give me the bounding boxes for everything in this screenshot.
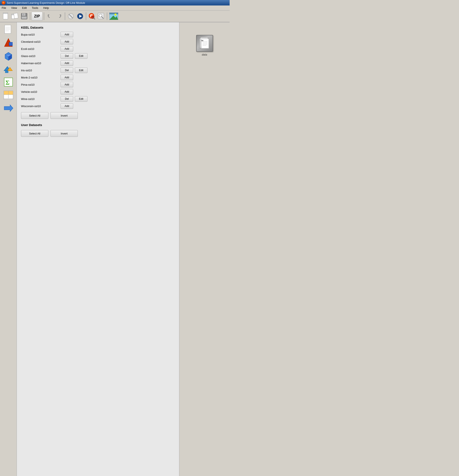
user-datasets-section: User Datasets Select All Invert bbox=[21, 123, 175, 137]
help-button[interactable] bbox=[88, 12, 96, 21]
main-layout: Σ KEEL Datasets bbox=[0, 22, 230, 476]
image-button[interactable] bbox=[108, 12, 119, 21]
add-cleveland-button[interactable]: Add bbox=[61, 39, 73, 44]
svg-point-1 bbox=[3, 2, 4, 3]
data-file-svg bbox=[198, 37, 211, 50]
keel-dataset-rows: Bupa-ssl10 Add Cleveland-ssl10 Add Ecoli… bbox=[21, 32, 175, 109]
run-button[interactable] bbox=[76, 12, 84, 21]
keel-invert-button[interactable]: Invert bbox=[50, 112, 78, 119]
svg-rect-54 bbox=[201, 40, 203, 41]
svg-rect-45 bbox=[8, 95, 13, 99]
document-icon bbox=[4, 25, 13, 35]
user-invert-button[interactable]: Invert bbox=[50, 130, 78, 137]
user-datasets-title: User Datasets bbox=[21, 123, 175, 127]
toolbar: ZIP bbox=[0, 10, 230, 22]
sidebar-sigma-icon[interactable]: Σ bbox=[2, 76, 15, 88]
window-title: Semi-Supervised Learning Experiments Des… bbox=[7, 1, 85, 4]
add-monk-button[interactable]: Add bbox=[61, 75, 73, 80]
dataset-row: Glass-ssl10 Del Edit bbox=[21, 53, 175, 59]
keel-select-all-button[interactable]: Select All bbox=[21, 112, 48, 119]
dataset-name: Cleveland-ssl10 bbox=[21, 40, 59, 43]
cube-icon bbox=[3, 51, 13, 61]
save-button[interactable] bbox=[20, 12, 29, 21]
toolbar-sep-3 bbox=[65, 12, 65, 20]
sidebar-cube-icon[interactable] bbox=[2, 50, 15, 62]
add-vehicle-button[interactable]: Add bbox=[61, 89, 73, 94]
zoom-button[interactable] bbox=[97, 12, 106, 21]
redo-icon bbox=[56, 13, 62, 20]
data-icon-label: data bbox=[202, 53, 207, 56]
sidebar-document-icon[interactable] bbox=[2, 24, 15, 36]
del-wine-button[interactable]: Del bbox=[61, 96, 73, 102]
svg-point-25 bbox=[114, 13, 116, 16]
user-select-all-button[interactable]: Select All bbox=[21, 130, 48, 137]
add-bupa-button[interactable]: Add bbox=[61, 32, 73, 37]
dataset-name: Haberman-ssl10 bbox=[21, 62, 59, 65]
app-icon bbox=[2, 1, 6, 5]
menu-help[interactable]: Help bbox=[42, 6, 50, 10]
undo-button[interactable] bbox=[45, 12, 54, 21]
dataset-row: Cleveland-ssl10 Add bbox=[21, 39, 175, 44]
svg-rect-44 bbox=[4, 95, 8, 99]
redo-button[interactable] bbox=[55, 12, 64, 21]
add-haberman-button[interactable]: Add bbox=[61, 60, 73, 66]
dataset-row: Ecoli-ssl10 Add bbox=[21, 46, 175, 51]
user-action-row: Select All Invert bbox=[21, 130, 175, 137]
dataset-name: Vehicle-ssl10 bbox=[21, 90, 59, 94]
menu-file[interactable]: File bbox=[1, 6, 7, 10]
svg-rect-32 bbox=[9, 42, 12, 46]
stop-button[interactable] bbox=[66, 12, 75, 21]
sidebar-import-icon[interactable] bbox=[2, 63, 15, 75]
sidebar: Σ bbox=[0, 22, 17, 476]
zip-button[interactable]: ZIP bbox=[32, 12, 42, 21]
add-wisconsin-button[interactable]: Add bbox=[61, 103, 73, 109]
del-iris-button[interactable]: Del bbox=[61, 68, 73, 73]
menu-view[interactable]: View bbox=[10, 6, 18, 10]
sigma-icon: Σ bbox=[3, 77, 13, 87]
menu-bar: File View Edit Tools Help bbox=[0, 6, 230, 10]
data-file-icon[interactable] bbox=[196, 35, 213, 52]
dataset-name: Pima-ssl10 bbox=[21, 83, 59, 86]
dataset-name: Monk-2-ssl10 bbox=[21, 76, 59, 79]
dataset-row: Wisconsin-ssl10 Add bbox=[21, 103, 175, 109]
svg-rect-38 bbox=[5, 71, 8, 73]
add-ecoli-button[interactable]: Add bbox=[61, 46, 73, 51]
algorithm-icon bbox=[3, 38, 14, 48]
new-file-button[interactable] bbox=[1, 12, 10, 21]
dataset-row: Vehicle-ssl10 Add bbox=[21, 89, 175, 94]
new-file-icon bbox=[2, 12, 9, 20]
edit-iris-button[interactable]: Edit bbox=[75, 68, 88, 73]
dataset-row: Bupa-ssl10 Add bbox=[21, 32, 175, 37]
zip-icon: ZIP bbox=[34, 14, 40, 18]
toolbar-sep-1 bbox=[30, 12, 30, 20]
toolbar-sep-4 bbox=[86, 12, 86, 20]
svg-marker-46 bbox=[4, 105, 13, 111]
keel-datasets-section: KEEL Datasets Bupa-ssl10 Add Cleveland-s… bbox=[21, 26, 175, 119]
sidebar-algorithm-icon[interactable] bbox=[2, 37, 15, 49]
edit-glass-button[interactable]: Edit bbox=[75, 53, 88, 59]
edit-wine-button[interactable]: Edit bbox=[75, 96, 88, 102]
toolbar-sep-5 bbox=[107, 12, 107, 20]
dataset-name: Wisconsin-ssl10 bbox=[21, 105, 59, 108]
toolbar-sep-2 bbox=[44, 12, 44, 20]
zoom-icon bbox=[98, 13, 105, 20]
dataset-row: Wine-ssl10 Del Edit bbox=[21, 96, 175, 102]
import-icon bbox=[3, 64, 14, 74]
keel-datasets-title: KEEL Datasets bbox=[21, 26, 175, 29]
content-area: KEEL Datasets Bupa-ssl10 Add Cleveland-s… bbox=[17, 22, 179, 476]
svg-point-0 bbox=[2, 1, 5, 4]
del-glass-button[interactable]: Del bbox=[61, 53, 73, 59]
run-icon bbox=[77, 13, 83, 20]
title-bar: Semi-Supervised Learning Experiments Des… bbox=[0, 0, 230, 6]
add-pima-button[interactable]: Add bbox=[61, 82, 73, 87]
sidebar-table-icon[interactable] bbox=[2, 89, 15, 101]
menu-edit[interactable]: Edit bbox=[21, 6, 28, 10]
menu-tools[interactable]: Tools bbox=[31, 6, 39, 10]
svg-rect-23 bbox=[109, 13, 118, 14]
open-file-button[interactable] bbox=[10, 12, 19, 21]
svg-rect-26 bbox=[5, 25, 11, 34]
dataset-row: Monk-2-ssl10 Add bbox=[21, 75, 175, 80]
data-icon-container: data bbox=[196, 35, 213, 56]
sidebar-arrow-icon[interactable] bbox=[2, 102, 15, 114]
dataset-name: Iris-ssl10 bbox=[21, 69, 59, 72]
